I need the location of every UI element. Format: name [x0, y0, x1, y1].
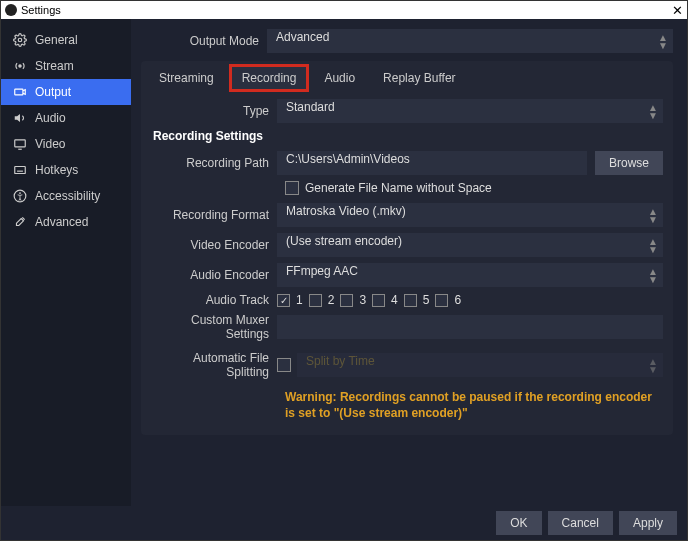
close-icon[interactable]: ✕ [672, 3, 683, 18]
audio-encoder-label: Audio Encoder [151, 268, 277, 282]
type-value: Standard [286, 100, 335, 114]
type-select[interactable]: Standard ▲▼ [277, 99, 663, 123]
output-mode-value: Advanced [276, 30, 329, 44]
spinner-icon: ▲▼ [648, 268, 658, 284]
sidebar-item-label: Stream [35, 59, 74, 73]
svg-point-0 [18, 38, 22, 42]
tab-streaming[interactable]: Streaming [147, 65, 226, 91]
section-title: Recording Settings [153, 129, 663, 143]
spinner-icon: ▲▼ [648, 208, 658, 224]
recording-path-label: Recording Path [151, 156, 277, 170]
sidebar-item-label: Accessibility [35, 189, 100, 203]
speaker-icon [13, 111, 27, 125]
sidebar-item-advanced[interactable]: Advanced [1, 209, 131, 235]
muxer-row: Custom Muxer Settings [151, 313, 663, 341]
sidebar-item-video[interactable]: Video [1, 131, 131, 157]
file-splitting-row: Automatic File Splitting Split by Time ▲… [151, 351, 663, 379]
filename-nospace-label: Generate File Name without Space [305, 181, 492, 195]
sidebar-item-hotkeys[interactable]: Hotkeys [1, 157, 131, 183]
app-icon [5, 4, 17, 16]
video-encoder-label: Video Encoder [151, 238, 277, 252]
track-4-checkbox[interactable] [372, 294, 385, 307]
spinner-icon: ▲▼ [648, 104, 658, 120]
tools-icon [13, 215, 27, 229]
sidebar-item-general[interactable]: General [1, 27, 131, 53]
video-encoder-row: Video Encoder (Use stream encoder) ▲▼ [151, 233, 663, 257]
track-1-checkbox[interactable]: ✓ [277, 294, 290, 307]
spinner-icon: ▲▼ [658, 34, 668, 50]
svg-rect-3 [15, 140, 26, 147]
keyboard-icon [13, 163, 27, 177]
encoder-warning: Warning: Recordings cannot be paused if … [151, 389, 663, 421]
type-label: Type [151, 104, 277, 118]
apply-button[interactable]: Apply [619, 511, 677, 535]
sidebar: General Stream Output Audio Video Hotkey… [1, 19, 131, 506]
spinner-icon: ▲▼ [648, 238, 658, 254]
titlebar: Settings ✕ [1, 1, 687, 19]
tab-audio[interactable]: Audio [312, 65, 367, 91]
track-5-checkbox[interactable] [404, 294, 417, 307]
tab-recording[interactable]: Recording [230, 65, 309, 91]
output-mode-row: Output Mode Advanced ▲▼ [141, 29, 673, 53]
svg-rect-2 [15, 89, 23, 95]
audio-encoder-row: Audio Encoder FFmpeg AAC ▲▼ [151, 263, 663, 287]
svg-rect-4 [15, 167, 26, 174]
sidebar-item-label: General [35, 33, 78, 47]
file-splitting-select: Split by Time ▲▼ [297, 353, 663, 377]
sidebar-item-label: Audio [35, 111, 66, 125]
accessibility-icon [13, 189, 27, 203]
sidebar-item-audio[interactable]: Audio [1, 105, 131, 131]
gear-icon [13, 33, 27, 47]
recording-format-select[interactable]: Matroska Video (.mkv) ▲▼ [277, 203, 663, 227]
output-tabs: Streaming Recording Audio Replay Buffer [141, 61, 673, 91]
main-panel: Output Mode Advanced ▲▼ Streaming Record… [131, 19, 687, 506]
ok-button[interactable]: OK [496, 511, 541, 535]
audio-track-row: Audio Track ✓1 2 3 4 5 6 [151, 293, 663, 307]
monitor-icon [13, 137, 27, 151]
file-splitting-checkbox[interactable] [277, 358, 291, 372]
video-encoder-select[interactable]: (Use stream encoder) ▲▼ [277, 233, 663, 257]
body: General Stream Output Audio Video Hotkey… [1, 19, 687, 506]
sidebar-item-label: Hotkeys [35, 163, 78, 177]
tab-replay-buffer[interactable]: Replay Buffer [371, 65, 468, 91]
sidebar-item-label: Output [35, 85, 71, 99]
audio-track-group: ✓1 2 3 4 5 6 [277, 293, 461, 307]
sidebar-item-output[interactable]: Output [1, 79, 131, 105]
sidebar-item-label: Advanced [35, 215, 88, 229]
track-6-checkbox[interactable] [435, 294, 448, 307]
recording-path-row: Recording Path C:\Users\Admin\Videos Bro… [151, 151, 663, 175]
track-3-checkbox[interactable] [340, 294, 353, 307]
recording-format-row: Recording Format Matroska Video (.mkv) ▲… [151, 203, 663, 227]
output-icon [13, 85, 27, 99]
browse-button[interactable]: Browse [595, 151, 663, 175]
track-2-checkbox[interactable] [309, 294, 322, 307]
cancel-button[interactable]: Cancel [548, 511, 613, 535]
output-mode-select[interactable]: Advanced ▲▼ [267, 29, 673, 53]
spinner-icon: ▲▼ [648, 358, 658, 374]
recording-format-label: Recording Format [151, 208, 277, 222]
output-mode-label: Output Mode [141, 34, 267, 48]
window-title: Settings [21, 4, 61, 16]
svg-point-1 [19, 65, 21, 67]
settings-window: Settings ✕ General Stream Output Audio [0, 0, 688, 541]
type-row: Type Standard ▲▼ [151, 99, 663, 123]
footer: OK Cancel Apply [1, 506, 687, 540]
filename-nospace-checkbox[interactable] [285, 181, 299, 195]
svg-point-6 [19, 192, 21, 194]
recording-panel: Type Standard ▲▼ Recording Settings Reco… [141, 91, 673, 435]
sidebar-item-stream[interactable]: Stream [1, 53, 131, 79]
broadcast-icon [13, 59, 27, 73]
filename-nospace-row: Generate File Name without Space [151, 181, 663, 195]
muxer-label: Custom Muxer Settings [151, 313, 277, 341]
sidebar-item-accessibility[interactable]: Accessibility [1, 183, 131, 209]
recording-path-input[interactable]: C:\Users\Admin\Videos [277, 151, 587, 175]
muxer-input[interactable] [277, 315, 663, 339]
audio-encoder-select[interactable]: FFmpeg AAC ▲▼ [277, 263, 663, 287]
sidebar-item-label: Video [35, 137, 65, 151]
audio-track-label: Audio Track [151, 293, 277, 307]
file-splitting-label: Automatic File Splitting [151, 351, 277, 379]
